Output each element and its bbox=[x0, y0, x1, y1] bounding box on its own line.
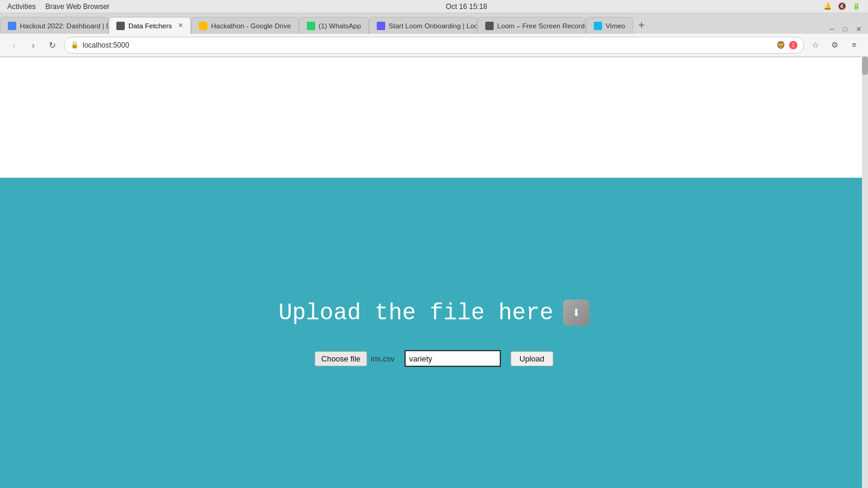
os-bar-left: Activities Brave Web Browser bbox=[7, 2, 110, 11]
tab-whatsapp[interactable]: (1) WhatsApp bbox=[299, 17, 369, 34]
tab-vimeo[interactable]: Vimeo bbox=[586, 17, 633, 34]
browser-name-label: Brave Web Browser bbox=[45, 2, 109, 11]
lock-icon: 🔒 bbox=[71, 41, 79, 49]
tab-icon-hackout bbox=[8, 22, 16, 30]
tab-close-datafetchers[interactable]: ✕ bbox=[178, 22, 183, 30]
activities-label[interactable]: Activities bbox=[7, 2, 36, 11]
minimize-button[interactable]: ─ bbox=[827, 24, 837, 34]
tab-icon-datafetchers bbox=[116, 22, 125, 30]
tab-bar: Hackout 2022: Dashboard | D... Data Fetc… bbox=[0, 13, 868, 34]
tab-hackout[interactable]: Hackout 2022: Dashboard | D... bbox=[0, 17, 108, 34]
tab-googledrive[interactable]: Hackathon - Google Drive bbox=[191, 17, 298, 34]
file-name-label: iris.csv bbox=[371, 354, 395, 363]
tab-icon-loom1 bbox=[377, 22, 385, 30]
volume-icon: 🔇 bbox=[838, 2, 846, 10]
notification-badge: 1 bbox=[789, 41, 797, 49]
nav-right-actions: ☆ ⚙ ≡ bbox=[808, 37, 862, 53]
browser-chrome: Hackout 2022: Dashboard | D... Data Fetc… bbox=[0, 13, 868, 57]
brave-shield-icon[interactable]: 🦁 bbox=[776, 41, 785, 49]
tab-label-loom1: Start Loom Onboarding | Loo... bbox=[389, 22, 477, 30]
tab-label-googledrive: Hackathon - Google Drive bbox=[211, 22, 291, 30]
menu-button[interactable]: ≡ bbox=[846, 37, 862, 53]
forward-button[interactable]: › bbox=[25, 37, 41, 53]
nav-bar: ‹ › ↻ 🔒 localhost:5000 🦁 1 ☆ ⚙ ≡ bbox=[0, 34, 868, 57]
upload-heading-text: Upload the file here bbox=[278, 300, 553, 326]
datetime-label: Oct 16 15:18 bbox=[446, 2, 488, 11]
back-button[interactable]: ‹ bbox=[6, 37, 22, 53]
scroll-thumb[interactable] bbox=[862, 57, 868, 75]
scroll-track[interactable] bbox=[862, 57, 868, 488]
battery-icon: 🔋 bbox=[852, 2, 861, 10]
tab-loom1[interactable]: Start Loom Onboarding | Loo... bbox=[369, 17, 477, 34]
close-button[interactable]: ✕ bbox=[854, 24, 863, 34]
bell-icon: 🔔 bbox=[823, 2, 832, 10]
os-bar-right: 🔔 🔇 🔋 bbox=[823, 2, 861, 10]
choose-file-button[interactable]: Choose file bbox=[315, 351, 367, 366]
page-upload-section: Upload the file here ⬇ Choose file iris.… bbox=[0, 178, 868, 488]
page-top-white bbox=[0, 57, 868, 178]
tab-label-loom2: Loom – Free Screen Recorder... bbox=[497, 22, 586, 30]
upload-button[interactable]: Upload bbox=[511, 351, 553, 366]
os-bar: Activities Brave Web Browser Oct 16 15:1… bbox=[0, 0, 868, 13]
file-input-wrap: Choose file iris.csv bbox=[315, 351, 395, 366]
extensions-button[interactable]: ⚙ bbox=[827, 37, 843, 53]
tab-bar-actions: ─ □ ✕ bbox=[827, 24, 868, 34]
upload-controls: Choose file iris.csv Upload bbox=[315, 350, 553, 367]
tab-label-whatsapp: (1) WhatsApp bbox=[319, 22, 361, 30]
url-text: localhost:5000 bbox=[83, 41, 773, 49]
address-bar[interactable]: 🔒 localhost:5000 🦁 1 bbox=[64, 37, 804, 54]
tab-datafetchers[interactable]: Data Fetchers ✕ bbox=[108, 17, 191, 34]
tab-icon-whatsapp bbox=[307, 22, 315, 30]
tab-loom2[interactable]: Loom – Free Screen Recorder... bbox=[477, 17, 586, 34]
tab-icon-loom2 bbox=[485, 22, 494, 30]
tab-icon-googledrive bbox=[199, 22, 207, 30]
bookmark-button[interactable]: ☆ bbox=[808, 37, 823, 53]
tab-label-vimeo: Vimeo bbox=[606, 22, 625, 30]
maximize-button[interactable]: □ bbox=[840, 24, 850, 34]
upload-heading-container: Upload the file here ⬇ bbox=[278, 299, 590, 326]
tab-label-hackout: Hackout 2022: Dashboard | D... bbox=[20, 22, 108, 30]
reload-button[interactable]: ↻ bbox=[45, 37, 60, 53]
column-name-input[interactable] bbox=[404, 350, 501, 367]
tab-add-button[interactable]: + bbox=[633, 17, 650, 34]
tab-label-datafetchers: Data Fetchers bbox=[128, 22, 172, 30]
download-icon: ⬇ bbox=[563, 299, 590, 326]
tab-icon-vimeo bbox=[594, 22, 602, 30]
